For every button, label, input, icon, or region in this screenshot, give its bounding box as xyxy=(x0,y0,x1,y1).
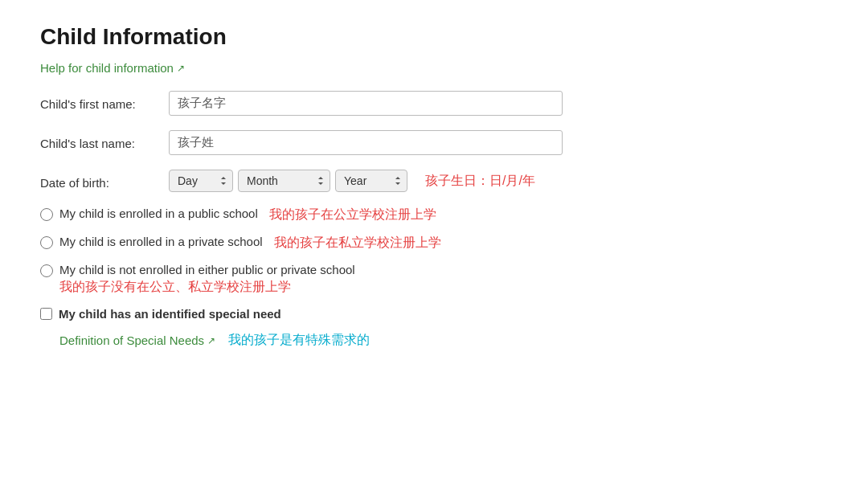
special-needs-label[interactable]: My child has an identified special need xyxy=(59,307,281,321)
private-school-option: My child is enrolled in a private school xyxy=(40,235,263,249)
last-name-row: Child's last name: xyxy=(40,130,828,155)
not-enrolled-row: My child is not enrolled in either publi… xyxy=(40,263,828,296)
special-needs-checkbox-row: My child has an identified special need xyxy=(40,307,281,321)
help-link-text: Help for child information xyxy=(40,61,174,75)
dob-hint: 孩子生日：日/月/年 xyxy=(425,173,535,190)
definition-link[interactable]: Definition of Special Needs ↗ xyxy=(59,334,215,347)
month-select[interactable]: Month JanuaryFebruaryMarch AprilMayJune … xyxy=(238,170,330,192)
private-school-radio[interactable] xyxy=(40,236,53,249)
school-enrollment-group: My child is enrolled in a public school … xyxy=(40,207,828,296)
first-name-input[interactable] xyxy=(169,91,563,116)
definition-external-icon: ↗ xyxy=(207,335,215,346)
page-title: Child Information xyxy=(40,24,828,50)
public-school-label[interactable]: My child is enrolled in a public school xyxy=(59,207,258,220)
first-name-row: Child's first name: xyxy=(40,91,828,116)
not-enrolled-option: My child is not enrolled in either publi… xyxy=(40,263,355,277)
dob-row: Date of birth: Day 12345 678910 11121314… xyxy=(40,170,828,192)
special-needs-row: My child has an identified special need xyxy=(40,307,828,327)
not-enrolled-label[interactable]: My child is not enrolled in either publi… xyxy=(59,263,355,276)
special-needs-translation: 我的孩子是有特殊需求的 xyxy=(228,332,370,349)
last-name-label: Child's last name: xyxy=(40,130,169,152)
public-school-radio[interactable] xyxy=(40,208,53,221)
private-school-label[interactable]: My child is enrolled in a private school xyxy=(59,235,263,248)
last-name-input[interactable] xyxy=(169,130,563,155)
not-enrolled-radio[interactable] xyxy=(40,264,53,277)
definition-link-text: Definition of Special Needs xyxy=(59,334,204,347)
help-link[interactable]: Help for child information ↗ xyxy=(40,61,185,75)
public-school-row: My child is enrolled in a public school … xyxy=(40,207,828,223)
public-school-option: My child is enrolled in a public school xyxy=(40,207,258,221)
definition-row: Definition of Special Needs ↗ 我的孩子是有特殊需求… xyxy=(40,332,828,349)
special-needs-checkbox[interactable] xyxy=(40,308,52,320)
first-name-label: Child's first name: xyxy=(40,91,169,113)
external-link-icon: ↗ xyxy=(177,63,185,74)
year-select[interactable]: Year 2024202320222021 2020201920182017 2… xyxy=(335,170,407,192)
private-school-row: My child is enrolled in a private school… xyxy=(40,235,828,252)
day-select[interactable]: Day 12345 678910 1112131415 1617181920 2… xyxy=(169,170,233,192)
not-enrolled-translation: 我的孩子没有在公立、私立学校注册上学 xyxy=(59,279,291,296)
private-school-translation: 我的孩子在私立学校注册上学 xyxy=(274,235,441,252)
dob-label: Date of birth: xyxy=(40,170,169,191)
date-selects: Day 12345 678910 1112131415 1617181920 2… xyxy=(169,170,535,192)
public-school-translation: 我的孩子在公立学校注册上学 xyxy=(269,207,436,223)
